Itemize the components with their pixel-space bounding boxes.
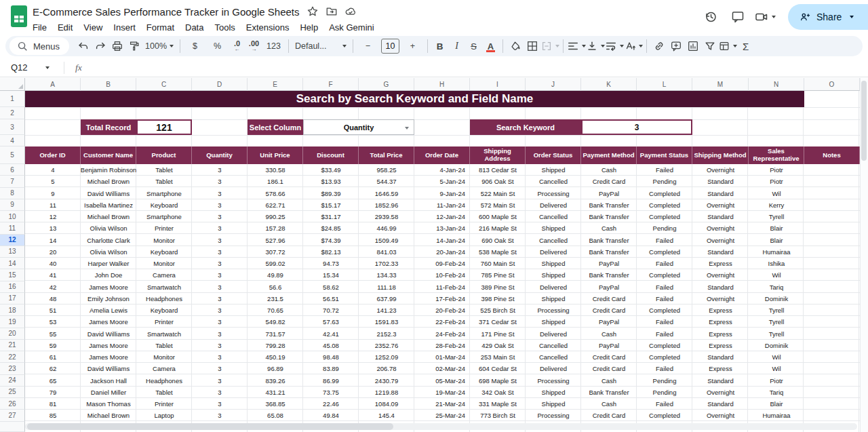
row-header-18[interactable]: 18 <box>0 305 25 316</box>
cell[interactable]: 171 Pine St <box>470 328 526 340</box>
cell[interactable]: Blair <box>749 222 804 234</box>
star-icon[interactable] <box>307 5 319 18</box>
cell[interactable]: Standard <box>692 246 749 258</box>
cloud-saved-icon[interactable] <box>344 5 357 18</box>
cell[interactable]: 538 Maple St <box>470 246 526 258</box>
column-header-N[interactable]: N <box>749 78 804 91</box>
cell[interactable] <box>804 410 860 421</box>
cell[interactable]: 145.4 <box>359 410 414 421</box>
cell[interactable]: Bank Transfer <box>581 199 637 211</box>
cell[interactable]: $82.13 <box>303 246 359 258</box>
cell[interactable]: 525 Birch St <box>470 305 526 316</box>
cell[interactable] <box>804 164 860 176</box>
number-format-icon[interactable]: 123 <box>262 37 285 55</box>
cell[interactable] <box>804 222 860 234</box>
cell[interactable]: Failed <box>637 316 692 328</box>
row-header-partial[interactable] <box>0 422 25 432</box>
cell[interactable]: Express <box>692 363 749 374</box>
column-header-O[interactable]: O <box>804 78 860 91</box>
cell[interactable]: 09-Feb-24 <box>414 258 470 269</box>
cell[interactable]: Overnight <box>692 387 749 398</box>
column-header-I[interactable]: I <box>470 78 526 91</box>
cell[interactable]: Express <box>692 258 749 269</box>
column-header-B[interactable]: B <box>81 78 136 91</box>
comments-icon[interactable] <box>724 3 751 31</box>
cell[interactable]: 690 Oak St <box>470 235 526 246</box>
cell[interactable]: Completed <box>637 305 692 316</box>
cell[interactable]: 1852.96 <box>359 199 414 211</box>
row-header-9[interactable]: 9 <box>0 199 25 211</box>
cell[interactable]: 600 Maple St <box>470 211 526 222</box>
cell[interactable]: Kerry <box>749 199 804 211</box>
increase-decimal-icon[interactable]: .00 <box>245 37 262 55</box>
cell[interactable]: Delivered <box>526 363 581 374</box>
cell[interactable]: Dominik <box>749 340 804 351</box>
cell[interactable]: 307.72 <box>248 246 303 258</box>
row-header-3[interactable]: 3 <box>0 119 25 135</box>
cell[interactable]: 3 <box>192 164 248 176</box>
share-button[interactable]: Share <box>788 4 868 30</box>
menu-file[interactable]: File <box>27 22 52 33</box>
cell[interactable]: Piotr <box>749 164 804 176</box>
cell[interactable]: Wil <box>749 363 804 374</box>
cell[interactable]: 572 Main St <box>470 199 526 211</box>
cell[interactable]: Olivia Wilson <box>81 246 136 258</box>
cell[interactable] <box>804 246 860 258</box>
cell[interactable] <box>804 235 860 246</box>
cell[interactable] <box>804 188 860 199</box>
cell[interactable]: 98.48 <box>303 351 359 363</box>
cell[interactable]: Mason Thomas <box>81 398 136 410</box>
cell[interactable]: Piotr <box>749 176 804 187</box>
cell[interactable]: Overnight <box>692 199 749 211</box>
table-header-order-status[interactable]: Order Status <box>526 146 581 164</box>
menus-search[interactable]: Menus <box>9 37 69 55</box>
cell[interactable]: 813 Cedar St <box>470 164 526 176</box>
strikethrough-icon[interactable]: S <box>465 37 482 55</box>
row-header-4[interactable]: 4 <box>0 135 25 146</box>
zoom-select[interactable]: 100% <box>142 37 176 55</box>
cell[interactable]: 3 <box>192 375 248 387</box>
cell[interactable]: Completed <box>637 211 692 222</box>
cell[interactable] <box>804 176 860 187</box>
cell[interactable]: $89.39 <box>303 188 359 199</box>
cell[interactable]: 331 Maple St <box>470 398 526 410</box>
spreadsheet-grid[interactable]: Search by Search Keyword and Field Name … <box>0 78 868 432</box>
cell[interactable]: 61 <box>25 351 81 363</box>
cell[interactable]: 49.84 <box>303 410 359 421</box>
select-all-corner[interactable] <box>0 78 25 91</box>
table-header-quantity[interactable]: Quantity <box>192 146 248 164</box>
cell[interactable] <box>804 258 860 269</box>
column-header-J[interactable]: J <box>526 78 581 91</box>
cell[interactable]: 49.89 <box>248 269 303 281</box>
decrease-decimal-icon[interactable]: .0 <box>229 37 245 55</box>
column-header-H[interactable]: H <box>414 78 470 91</box>
cell[interactable] <box>804 293 860 305</box>
cell[interactable]: 13-Jan-24 <box>414 222 470 234</box>
cell[interactable]: Completed <box>637 351 692 363</box>
cell[interactable]: 73.75 <box>303 387 359 398</box>
cell[interactable]: 1591.83 <box>359 316 414 328</box>
menu-edit[interactable]: Edit <box>52 22 78 33</box>
cell[interactable]: Standard <box>692 281 749 293</box>
table-header-shipping-address[interactable]: Shipping Address <box>470 146 526 164</box>
cell[interactable]: Tariq <box>749 387 804 398</box>
cell[interactable]: PayPal <box>581 340 637 351</box>
cell[interactable]: 549.82 <box>248 316 303 328</box>
cell[interactable]: Failed <box>637 293 692 305</box>
cell[interactable]: Shipped <box>526 164 581 176</box>
cell[interactable]: $24.85 <box>303 222 359 234</box>
cell[interactable]: 3 <box>192 246 248 258</box>
cell[interactable]: 429 Oak St <box>470 340 526 351</box>
menu-data[interactable]: Data <box>180 22 209 33</box>
table-header-payment-status[interactable]: Payment Status <box>637 146 692 164</box>
cell[interactable]: 1646.59 <box>359 188 414 199</box>
cell[interactable]: Michael Brown <box>81 410 136 421</box>
cell[interactable]: 1252.09 <box>359 351 414 363</box>
cell[interactable]: Delivered <box>526 328 581 340</box>
move-folder-icon[interactable] <box>326 5 338 18</box>
cell[interactable]: 731.57 <box>248 328 303 340</box>
cell[interactable]: 94.73 <box>303 258 359 269</box>
cell[interactable]: 3 <box>192 387 248 398</box>
cell[interactable]: 5-Jan-24 <box>414 176 470 187</box>
table-header-order-date[interactable]: Order Date <box>414 146 470 164</box>
